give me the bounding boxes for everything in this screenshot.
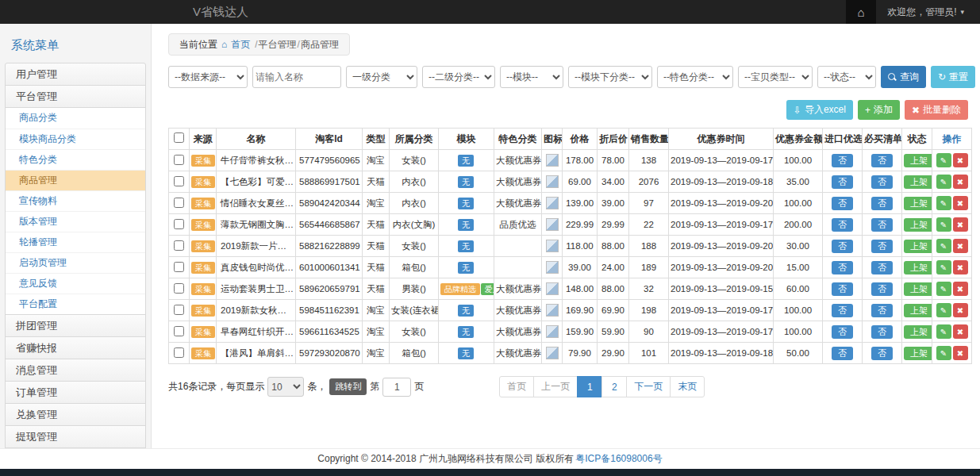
- sidebar-item-平台配置[interactable]: 平台配置: [6, 294, 145, 314]
- page-button-下一页[interactable]: 下一页: [626, 376, 671, 397]
- page-button-2[interactable]: 2: [601, 376, 627, 397]
- filter-select[interactable]: --特色分类--: [657, 66, 733, 88]
- sidebar-group-提现管理[interactable]: 提现管理: [5, 425, 146, 448]
- import-excel-button[interactable]: ⇩ 导入excel: [786, 100, 853, 120]
- batch-delete-button[interactable]: ✖ 批量删除: [905, 100, 968, 120]
- page-button-1[interactable]: 1: [577, 376, 602, 397]
- status-button[interactable]: 上架: [904, 304, 932, 317]
- row-checkbox[interactable]: [174, 198, 184, 208]
- delete-button[interactable]: ✖: [953, 217, 968, 232]
- sidebar-item-版本管理[interactable]: 版本管理: [6, 211, 145, 232]
- delete-button[interactable]: ✖: [953, 153, 968, 167]
- row-checkbox[interactable]: [174, 262, 184, 272]
- sidebar-group-兑换管理[interactable]: 兑换管理: [5, 403, 146, 426]
- row-checkbox[interactable]: [174, 219, 184, 229]
- per-page-select[interactable]: 10: [267, 377, 304, 397]
- row-checkbox[interactable]: [174, 240, 184, 251]
- row-checkbox[interactable]: [174, 326, 184, 336]
- must-buy-toggle[interactable]: 否: [871, 347, 893, 360]
- delete-button[interactable]: ✖: [953, 303, 968, 317]
- sidebar-group-平台管理[interactable]: 平台管理: [5, 85, 146, 108]
- filter-select[interactable]: --宝贝类型--: [738, 66, 813, 88]
- must-buy-toggle[interactable]: 否: [871, 240, 893, 253]
- sidebar-group-订单管理[interactable]: 订单管理: [5, 381, 146, 404]
- must-buy-toggle[interactable]: 否: [871, 218, 893, 232]
- status-button[interactable]: 上架: [904, 325, 932, 339]
- import-select-toggle[interactable]: 否: [832, 282, 853, 296]
- import-select-toggle[interactable]: 否: [832, 325, 853, 339]
- must-buy-toggle[interactable]: 否: [871, 261, 893, 274]
- import-select-toggle[interactable]: 否: [832, 261, 853, 274]
- edit-button[interactable]: ✎: [936, 239, 951, 253]
- filter-select[interactable]: --模块下分类--: [568, 66, 652, 88]
- sidebar-group-拼团管理[interactable]: 拼团管理: [5, 314, 146, 337]
- page-number-input[interactable]: [382, 378, 411, 397]
- delete-button[interactable]: ✖: [953, 282, 968, 296]
- user-menu[interactable]: 欢迎您，管理员! ▾: [876, 6, 980, 19]
- import-select-toggle[interactable]: 否: [832, 304, 853, 317]
- page-button-上一页[interactable]: 上一页: [533, 376, 578, 397]
- must-buy-toggle[interactable]: 否: [871, 304, 893, 317]
- row-checkbox[interactable]: [174, 283, 184, 294]
- must-buy-toggle[interactable]: 否: [871, 325, 893, 339]
- delete-button[interactable]: ✖: [953, 346, 968, 360]
- sidebar-item-意见反馈[interactable]: 意见反馈: [6, 273, 145, 294]
- filter-select[interactable]: --二级分类--: [422, 66, 495, 88]
- status-button[interactable]: 上架: [904, 261, 932, 274]
- import-select-toggle[interactable]: 否: [832, 240, 853, 253]
- edit-button[interactable]: ✎: [936, 217, 951, 232]
- breadcrumb-item[interactable]: 平台管理: [259, 39, 297, 50]
- sidebar-item-商品分类[interactable]: 商品分类: [6, 108, 145, 129]
- sidebar-item-模块商品分类[interactable]: 模块商品分类: [6, 129, 145, 149]
- breadcrumb-home-link[interactable]: 首页: [231, 38, 250, 52]
- icp-link[interactable]: 粤ICP备16098006号: [575, 452, 662, 466]
- sidebar-item-宣传物料[interactable]: 宣传物料: [6, 190, 145, 211]
- select-all-checkbox[interactable]: [174, 132, 184, 143]
- import-select-toggle[interactable]: 否: [832, 218, 853, 232]
- add-button[interactable]: + 添加: [858, 100, 900, 120]
- delete-button[interactable]: ✖: [953, 196, 968, 210]
- edit-button[interactable]: ✎: [936, 260, 951, 274]
- search-button[interactable]: 查询: [881, 66, 926, 88]
- status-button[interactable]: 上架: [904, 218, 932, 232]
- sidebar-group-消息管理[interactable]: 消息管理: [5, 359, 146, 382]
- status-button[interactable]: 上架: [904, 240, 932, 253]
- import-select-toggle[interactable]: 否: [832, 154, 853, 167]
- sidebar-group-用户管理[interactable]: 用户管理: [5, 63, 146, 86]
- sidebar-item-商品管理[interactable]: 商品管理: [6, 170, 145, 190]
- status-button[interactable]: 上架: [904, 347, 932, 360]
- row-checkbox[interactable]: [174, 305, 184, 315]
- filter-select[interactable]: --数据来源--: [168, 66, 248, 88]
- import-select-toggle[interactable]: 否: [832, 175, 853, 189]
- sidebar-item-启动页管理[interactable]: 启动页管理: [6, 252, 145, 273]
- import-select-toggle[interactable]: 否: [832, 347, 853, 360]
- edit-button[interactable]: ✎: [936, 196, 951, 210]
- breadcrumb-item[interactable]: 商品管理: [301, 39, 339, 50]
- page-button-首页[interactable]: 首页: [499, 376, 534, 397]
- edit-button[interactable]: ✎: [936, 346, 951, 360]
- filter-select[interactable]: --状态--: [817, 66, 876, 88]
- status-button[interactable]: 上架: [904, 175, 932, 189]
- must-buy-toggle[interactable]: 否: [871, 197, 893, 210]
- delete-button[interactable]: ✖: [953, 175, 968, 189]
- sidebar-group-省赚快报[interactable]: 省赚快报: [5, 336, 146, 359]
- delete-button[interactable]: ✖: [953, 239, 968, 253]
- reset-button[interactable]: ↻ 重置: [931, 66, 975, 88]
- name-search-input[interactable]: [252, 66, 341, 88]
- status-button[interactable]: 上架: [904, 282, 932, 296]
- delete-button[interactable]: ✖: [953, 324, 968, 339]
- jump-button[interactable]: 跳转到: [329, 378, 367, 395]
- page-button-末页[interactable]: 末页: [670, 376, 705, 397]
- home-button[interactable]: ⌂: [846, 0, 876, 24]
- sidebar-item-特色分类[interactable]: 特色分类: [6, 149, 145, 170]
- row-checkbox[interactable]: [174, 347, 184, 358]
- must-buy-toggle[interactable]: 否: [871, 175, 893, 189]
- must-buy-toggle[interactable]: 否: [871, 282, 893, 296]
- edit-button[interactable]: ✎: [936, 324, 951, 339]
- row-checkbox[interactable]: [174, 155, 184, 165]
- sidebar-item-轮播管理[interactable]: 轮播管理: [6, 232, 145, 252]
- edit-button[interactable]: ✎: [936, 303, 951, 317]
- delete-button[interactable]: ✖: [953, 260, 968, 274]
- edit-button[interactable]: ✎: [936, 153, 951, 167]
- edit-button[interactable]: ✎: [936, 175, 951, 189]
